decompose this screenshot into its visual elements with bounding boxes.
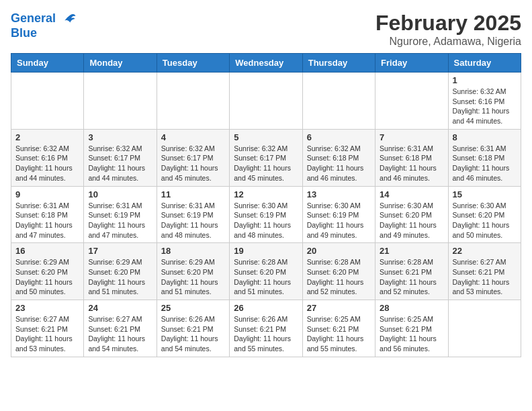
logo-text: General <box>11 11 77 27</box>
day-info: Sunrise: 6:29 AM Sunset: 6:20 PM Dayligh… <box>15 257 79 297</box>
day-info: Sunrise: 6:31 AM Sunset: 6:18 PM Dayligh… <box>380 144 443 183</box>
calendar-cell: 25Sunrise: 6:26 AM Sunset: 6:21 PM Dayli… <box>157 300 229 357</box>
weekday-header-saturday: Saturday <box>448 54 521 73</box>
day-info: Sunrise: 6:32 AM Sunset: 6:17 PM Dayligh… <box>88 144 152 183</box>
calendar-cell <box>84 73 157 130</box>
day-number: 22 <box>453 246 517 256</box>
day-number: 12 <box>234 189 298 199</box>
weekday-header-monday: Monday <box>84 54 157 73</box>
calendar-cell: 10Sunrise: 6:31 AM Sunset: 6:19 PM Dayli… <box>84 186 157 243</box>
calendar-cell: 12Sunrise: 6:30 AM Sunset: 6:19 PM Dayli… <box>230 186 302 243</box>
day-info: Sunrise: 6:26 AM Sunset: 6:21 PM Dayligh… <box>161 314 225 354</box>
calendar-cell: 17Sunrise: 6:29 AM Sunset: 6:20 PM Dayli… <box>84 243 157 300</box>
calendar-cell <box>302 73 375 130</box>
weekday-header-wednesday: Wednesday <box>230 54 302 73</box>
day-number: 9 <box>15 189 79 199</box>
day-number: 5 <box>234 132 298 142</box>
day-number: 19 <box>234 246 298 256</box>
calendar-week-1: 1Sunrise: 6:32 AM Sunset: 6:16 PM Daylig… <box>11 73 521 130</box>
day-info: Sunrise: 6:25 AM Sunset: 6:21 PM Dayligh… <box>307 314 371 354</box>
day-number: 24 <box>88 303 152 313</box>
day-info: Sunrise: 6:32 AM Sunset: 6:17 PM Dayligh… <box>234 144 298 183</box>
calendar-cell: 23Sunrise: 6:27 AM Sunset: 6:21 PM Dayli… <box>11 300 84 357</box>
calendar-header-row: SundayMondayTuesdayWednesdayThursdayFrid… <box>11 54 521 73</box>
logo: General Blue <box>11 11 77 40</box>
day-info: Sunrise: 6:31 AM Sunset: 6:19 PM Dayligh… <box>161 201 225 240</box>
calendar-cell: 27Sunrise: 6:25 AM Sunset: 6:21 PM Dayli… <box>302 300 375 357</box>
day-number: 15 <box>453 189 517 199</box>
logo-blue: Blue <box>11 27 77 40</box>
calendar-cell: 1Sunrise: 6:32 AM Sunset: 6:16 PM Daylig… <box>448 73 521 130</box>
calendar-cell <box>157 73 229 130</box>
calendar-cell: 18Sunrise: 6:29 AM Sunset: 6:20 PM Dayli… <box>157 243 229 300</box>
day-info: Sunrise: 6:31 AM Sunset: 6:19 PM Dayligh… <box>88 201 152 240</box>
calendar-cell: 15Sunrise: 6:30 AM Sunset: 6:20 PM Dayli… <box>448 186 521 243</box>
day-number: 8 <box>453 132 517 142</box>
calendar-cell: 11Sunrise: 6:31 AM Sunset: 6:19 PM Dayli… <box>157 186 229 243</box>
weekday-header-thursday: Thursday <box>302 54 375 73</box>
month-title: February 2025 <box>375 11 521 36</box>
calendar-cell: 4Sunrise: 6:32 AM Sunset: 6:17 PM Daylig… <box>157 129 229 186</box>
day-number: 25 <box>161 303 225 313</box>
day-info: Sunrise: 6:32 AM Sunset: 6:16 PM Dayligh… <box>15 144 79 183</box>
calendar-cell: 8Sunrise: 6:31 AM Sunset: 6:18 PM Daylig… <box>448 129 521 186</box>
calendar-cell: 5Sunrise: 6:32 AM Sunset: 6:17 PM Daylig… <box>230 129 302 186</box>
calendar-cell: 14Sunrise: 6:30 AM Sunset: 6:20 PM Dayli… <box>375 186 448 243</box>
day-info: Sunrise: 6:30 AM Sunset: 6:20 PM Dayligh… <box>453 201 517 240</box>
day-number: 21 <box>380 246 443 256</box>
day-number: 20 <box>307 246 371 256</box>
calendar-cell <box>230 73 302 130</box>
day-number: 26 <box>234 303 298 313</box>
calendar-week-3: 9Sunrise: 6:31 AM Sunset: 6:18 PM Daylig… <box>11 186 521 243</box>
day-info: Sunrise: 6:25 AM Sunset: 6:21 PM Dayligh… <box>380 314 443 354</box>
day-number: 23 <box>15 303 79 313</box>
day-number: 17 <box>88 246 152 256</box>
day-number: 7 <box>380 132 443 142</box>
day-info: Sunrise: 6:32 AM Sunset: 6:16 PM Dayligh… <box>453 87 517 126</box>
day-number: 13 <box>307 189 371 199</box>
day-number: 11 <box>161 189 225 199</box>
calendar-cell: 7Sunrise: 6:31 AM Sunset: 6:18 PM Daylig… <box>375 129 448 186</box>
day-number: 10 <box>88 189 152 199</box>
day-info: Sunrise: 6:31 AM Sunset: 6:18 PM Dayligh… <box>453 144 517 183</box>
day-number: 4 <box>161 132 225 142</box>
day-info: Sunrise: 6:27 AM Sunset: 6:21 PM Dayligh… <box>88 314 152 354</box>
day-info: Sunrise: 6:27 AM Sunset: 6:21 PM Dayligh… <box>453 257 517 297</box>
day-number: 6 <box>307 132 371 142</box>
calendar-cell: 6Sunrise: 6:32 AM Sunset: 6:18 PM Daylig… <box>302 129 375 186</box>
calendar-cell <box>375 73 448 130</box>
day-info: Sunrise: 6:28 AM Sunset: 6:21 PM Dayligh… <box>380 257 443 297</box>
day-info: Sunrise: 6:30 AM Sunset: 6:20 PM Dayligh… <box>380 201 443 240</box>
day-number: 18 <box>161 246 225 256</box>
calendar-cell: 16Sunrise: 6:29 AM Sunset: 6:20 PM Dayli… <box>11 243 84 300</box>
weekday-header-friday: Friday <box>375 54 448 73</box>
day-info: Sunrise: 6:32 AM Sunset: 6:18 PM Dayligh… <box>307 144 371 183</box>
calendar-cell: 3Sunrise: 6:32 AM Sunset: 6:17 PM Daylig… <box>84 129 157 186</box>
calendar-cell: 26Sunrise: 6:26 AM Sunset: 6:21 PM Dayli… <box>230 300 302 357</box>
day-info: Sunrise: 6:26 AM Sunset: 6:21 PM Dayligh… <box>234 314 298 354</box>
calendar-cell: 21Sunrise: 6:28 AM Sunset: 6:21 PM Dayli… <box>375 243 448 300</box>
day-info: Sunrise: 6:30 AM Sunset: 6:19 PM Dayligh… <box>234 201 298 240</box>
title-block: February 2025 Ngurore, Adamawa, Nigeria <box>375 11 521 48</box>
page-header: General Blue February 2025 Ngurore, Adam… <box>11 11 521 48</box>
day-info: Sunrise: 6:31 AM Sunset: 6:18 PM Dayligh… <box>15 201 79 240</box>
weekday-header-tuesday: Tuesday <box>157 54 229 73</box>
weekday-header-sunday: Sunday <box>11 54 84 73</box>
calendar-cell: 20Sunrise: 6:28 AM Sunset: 6:20 PM Dayli… <box>302 243 375 300</box>
calendar-cell: 28Sunrise: 6:25 AM Sunset: 6:21 PM Dayli… <box>375 300 448 357</box>
calendar-cell <box>448 300 521 357</box>
day-number: 16 <box>15 246 79 256</box>
calendar-cell: 9Sunrise: 6:31 AM Sunset: 6:18 PM Daylig… <box>11 186 84 243</box>
day-info: Sunrise: 6:28 AM Sunset: 6:20 PM Dayligh… <box>234 257 298 297</box>
day-number: 3 <box>88 132 152 142</box>
calendar-week-2: 2Sunrise: 6:32 AM Sunset: 6:16 PM Daylig… <box>11 129 521 186</box>
calendar-cell: 22Sunrise: 6:27 AM Sunset: 6:21 PM Dayli… <box>448 243 521 300</box>
location-title: Ngurore, Adamawa, Nigeria <box>375 36 521 48</box>
day-number: 1 <box>453 75 517 85</box>
calendar-cell: 2Sunrise: 6:32 AM Sunset: 6:16 PM Daylig… <box>11 129 84 186</box>
day-info: Sunrise: 6:30 AM Sunset: 6:19 PM Dayligh… <box>307 201 371 240</box>
day-number: 14 <box>380 189 443 199</box>
calendar-week-5: 23Sunrise: 6:27 AM Sunset: 6:21 PM Dayli… <box>11 300 521 357</box>
calendar-week-4: 16Sunrise: 6:29 AM Sunset: 6:20 PM Dayli… <box>11 243 521 300</box>
calendar-cell <box>11 73 84 130</box>
